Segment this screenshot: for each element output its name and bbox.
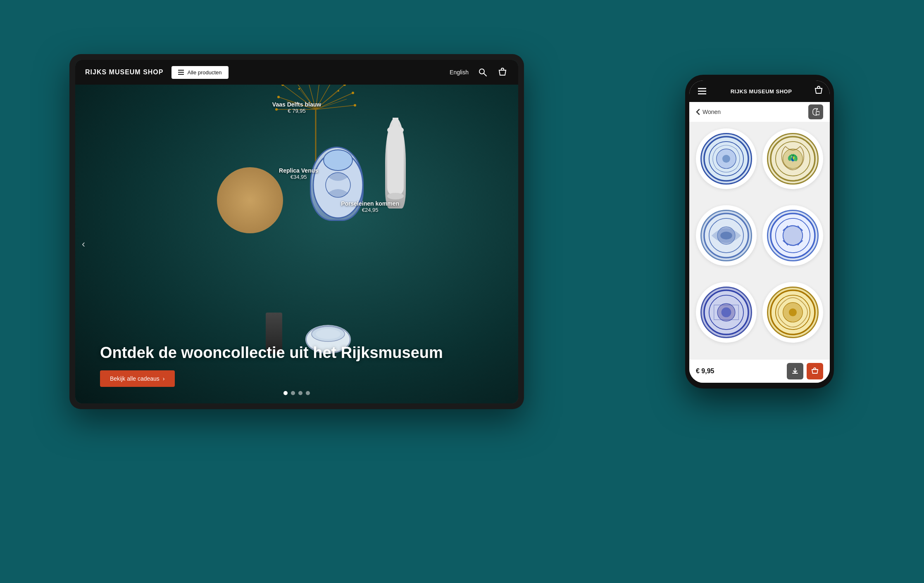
hero-left-text: Ontdek de wooncollectie uit het Rijksmus… xyxy=(100,344,493,387)
mobile-add-to-cart-button[interactable] xyxy=(807,363,823,379)
scene: RIJKS MUSEUM SHOP Alle producten English xyxy=(49,33,875,550)
mobile-share-button[interactable] xyxy=(808,104,823,119)
svg-text:🦚: 🦚 xyxy=(787,153,798,164)
plate-inner-5 xyxy=(700,287,752,338)
mobile-back-button[interactable]: Wonen xyxy=(696,109,721,115)
carousel-dot-2[interactable] xyxy=(291,391,295,395)
svg-rect-0 xyxy=(178,70,184,71)
download-icon xyxy=(792,368,798,374)
svg-rect-1 xyxy=(178,72,184,73)
tablet-header-right: English xyxy=(450,66,508,78)
tablet-header: RIJKS MUSEUM SHOP Alle producten English xyxy=(75,60,518,85)
svg-line-4 xyxy=(484,73,486,76)
mobile-menu-button[interactable] xyxy=(696,85,708,97)
hero-text-overlay: Ontdek de wooncollectie uit het Rijksmus… xyxy=(75,85,518,403)
category-label: Wonen xyxy=(703,109,721,115)
menu-icon xyxy=(178,70,184,75)
svg-point-68 xyxy=(789,308,797,316)
product-label-replica: Replica Venus €34,95 xyxy=(279,167,318,180)
plate-item-5[interactable] xyxy=(696,282,757,343)
mobile-footer: € 9,95 xyxy=(689,360,830,383)
svg-point-57 xyxy=(720,232,732,239)
plate-inner-4 xyxy=(767,210,819,261)
svg-rect-2 xyxy=(178,74,184,75)
svg-point-64 xyxy=(722,308,731,318)
plate-inner-1 xyxy=(700,133,752,185)
product-label-porseleinen: Porseleinen kommen €24,95 xyxy=(341,200,399,213)
plate-inner-3 xyxy=(700,210,752,261)
all-products-label: Alle producten xyxy=(187,69,221,76)
svg-rect-44 xyxy=(698,93,706,95)
carousel-dot-4[interactable] xyxy=(306,391,310,395)
svg-rect-43 xyxy=(698,91,706,92)
search-button[interactable] xyxy=(477,66,488,78)
replica-price: €34,95 xyxy=(279,174,318,180)
shopping-bag-icon xyxy=(498,68,507,77)
tablet-screen: RIJKS MUSEUM SHOP Alle producten English xyxy=(75,60,518,403)
porseleinen-name: Porseleinen kommen xyxy=(341,200,399,207)
plate-item-2[interactable]: 🦚 xyxy=(762,128,823,189)
tablet-hero: Vaas Delfts blauw € 79,95 Replica Venus … xyxy=(75,85,518,403)
mobile-device: RIJKS MUSEUM SHOP Wonen xyxy=(685,75,834,389)
hero-cta-button[interactable]: Bekijk alle cadeaus › xyxy=(100,370,175,387)
search-icon xyxy=(479,68,487,76)
mobile-screen: RIJKS MUSEUM SHOP Wonen xyxy=(689,81,830,383)
plate-inner-6 xyxy=(767,287,819,338)
mobile-cart-icon xyxy=(814,86,823,95)
plate-item-1[interactable] xyxy=(696,128,757,189)
plate-inner-2: 🦚 xyxy=(767,133,819,185)
svg-rect-42 xyxy=(698,88,706,89)
plate-item-6[interactable] xyxy=(762,282,823,343)
mobile-cart-button[interactable] xyxy=(814,86,823,97)
product-label-vaas: Vaas Delfts blauw € 79,95 xyxy=(272,101,321,114)
mobile-product-grid: 🦚 xyxy=(689,122,830,360)
mobile-logo: RIJKS MUSEUM SHOP xyxy=(708,88,814,95)
carousel-dot-1[interactable] xyxy=(283,391,288,395)
vaas-name: Vaas Delfts blauw xyxy=(272,101,321,108)
language-selector[interactable]: English xyxy=(450,69,469,76)
carousel-dots xyxy=(283,391,310,395)
mobile-subheader: Wonen xyxy=(689,102,830,122)
svg-point-49 xyxy=(722,155,730,163)
cart-button[interactable] xyxy=(497,66,508,78)
cta-arrow: › xyxy=(163,375,165,382)
chevron-left-icon xyxy=(696,109,700,115)
all-products-button[interactable]: Alle producten xyxy=(171,66,228,79)
hamburger-icon xyxy=(698,88,706,95)
share-icon xyxy=(812,108,819,116)
mobile-header: RIJKS MUSEUM SHOP xyxy=(689,81,830,102)
mobile-product-price: € 9,95 xyxy=(696,367,787,375)
vaas-price: € 79,95 xyxy=(272,108,321,114)
porseleinen-price: €24,95 xyxy=(341,207,399,213)
carousel-dot-3[interactable] xyxy=(298,391,302,395)
hero-heading: Ontdek de wooncollectie uit het Rijksmus… xyxy=(100,344,493,362)
mobile-addcart-icon xyxy=(811,367,819,375)
svg-rect-45 xyxy=(816,111,819,115)
plate-item-4[interactable] xyxy=(762,205,823,266)
mobile-download-button[interactable] xyxy=(787,363,803,379)
svg-point-3 xyxy=(479,69,484,74)
carousel-prev-button[interactable]: ‹ xyxy=(82,238,85,250)
tablet-device: RIJKS MUSEUM SHOP Alle producten English xyxy=(69,54,524,409)
plate-item-3[interactable] xyxy=(696,205,757,266)
replica-name: Replica Venus xyxy=(279,167,318,174)
tablet-logo: RIJKS MUSEUM SHOP xyxy=(85,69,163,76)
hero-cta-label: Bekijk alle cadeaus xyxy=(110,375,160,382)
